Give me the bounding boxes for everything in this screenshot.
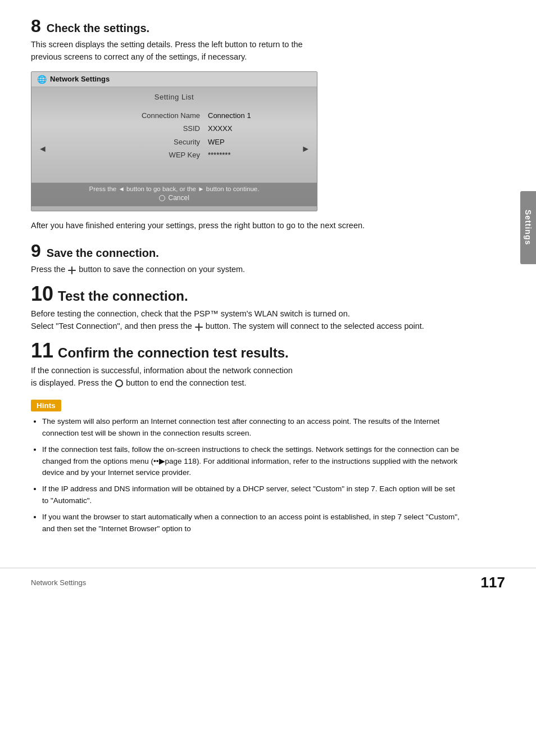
hints-label: Hints	[31, 400, 61, 411]
step-9-title: Save the connection.	[47, 247, 159, 260]
screenshot-bottom-bar: Press the ◄ button to go back, or the ► …	[31, 183, 317, 206]
row-label-1: SSID	[138, 122, 200, 135]
table-row: WEP Key ********	[90, 148, 258, 161]
side-tab-label: Settings	[524, 210, 533, 245]
setting-list-label: Setting List	[155, 93, 194, 101]
row-value-0: Connection 1	[208, 109, 258, 122]
row-label-2: Security	[138, 135, 200, 148]
step-9-header: 9 Save the connection.	[31, 242, 461, 260]
hints-section: Hints The system will also perform an In…	[31, 400, 461, 535]
step-10-number: 10	[31, 284, 53, 304]
screenshot-title: Network Settings	[50, 75, 110, 83]
circle-button-icon	[115, 379, 123, 387]
settings-table: Connection Name Connection 1 SSID XXXXX …	[90, 109, 258, 162]
step-8-body: This screen displays the setting details…	[31, 38, 461, 64]
step-9-body: Press the button to save the connection …	[31, 263, 461, 275]
hint-item-0: The system will also perform an Internet…	[42, 416, 461, 440]
step-11-body: If the connection is successful, informa…	[31, 364, 461, 390]
step-9-block: 9 Save the connection. Press the button …	[31, 242, 461, 275]
step-8-after-text: After you have finished entering your se…	[31, 219, 461, 232]
table-row: Security WEP	[90, 135, 258, 148]
bottom-nav-text: Press the ◄ button to go back, or the ► …	[37, 185, 311, 192]
footer: Network Settings 117	[0, 568, 536, 597]
step-10-body-line1: Before testing the connection, check tha…	[31, 309, 350, 318]
cross-button-icon	[68, 266, 76, 274]
arrow-left-icon: ◄	[38, 144, 47, 154]
step-8-title: Check the settings.	[47, 22, 149, 35]
step-8-number: 8	[31, 17, 41, 35]
network-icon: 🌐	[37, 75, 47, 84]
footer-page-number: 117	[481, 574, 505, 591]
table-row: Connection Name Connection 1	[90, 109, 258, 122]
hints-list: The system will also perform an Internet…	[31, 416, 461, 535]
step-8-body-line1: This screen displays the setting details…	[31, 40, 303, 49]
step-10-header: 10 Test the connection.	[31, 284, 461, 304]
side-tab: Settings	[520, 191, 536, 264]
step-11-body-line1: If the connection is successful, informa…	[31, 366, 293, 375]
cancel-text: Cancel	[37, 194, 311, 202]
row-label-0: Connection Name	[138, 109, 200, 122]
step-11-number: 11	[31, 341, 53, 361]
row-value-2: WEP	[208, 135, 258, 148]
screenshot-body: ◄ ► Setting List Connection Name Connect…	[31, 87, 317, 211]
step-10-block: 10 Test the connection. Before testing t…	[31, 284, 461, 333]
row-value-3: ********	[208, 148, 258, 161]
hint-item-2: If the IP address and DNS information wi…	[42, 483, 461, 507]
step-10-body: Before testing the connection, check tha…	[31, 307, 461, 333]
footer-left-label: Network Settings	[31, 578, 86, 587]
arrow-right-icon: ►	[301, 144, 310, 154]
cross-button-icon-2	[195, 323, 203, 331]
hint-item-3: If you want the browser to start automat…	[42, 511, 461, 535]
step-11-header: 11 Confirm the connection test results.	[31, 341, 461, 361]
step-9-number: 9	[31, 242, 41, 260]
row-value-1: XXXXX	[208, 122, 258, 135]
step-8-header: 8 Check the settings.	[31, 17, 461, 35]
screenshot-titlebar: 🌐 Network Settings	[31, 72, 317, 87]
table-row: SSID XXXXX	[90, 122, 258, 135]
step-8-block: 8 Check the settings. This screen displa…	[31, 17, 461, 232]
network-settings-screenshot: 🌐 Network Settings ◄ ► Setting List Conn…	[31, 71, 317, 211]
row-label-3: WEP Key	[138, 148, 200, 161]
step-11-title: Confirm the connection test results.	[58, 345, 289, 361]
step-10-title: Test the connection.	[58, 288, 188, 304]
circle-o-icon	[159, 195, 165, 201]
step-8-body-line2: previous screens to correct any of the s…	[31, 52, 247, 61]
hint-item-1: If the connection test fails, follow the…	[42, 444, 461, 479]
cancel-label: Cancel	[168, 194, 189, 202]
step-11-block: 11 Confirm the connection test results. …	[31, 341, 461, 390]
